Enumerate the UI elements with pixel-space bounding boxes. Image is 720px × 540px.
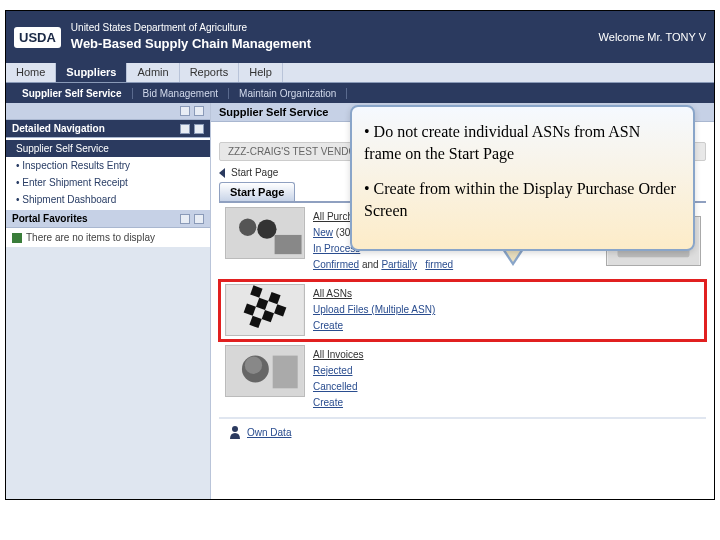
start-page-tab[interactable]: Start Page xyxy=(219,182,295,201)
svg-rect-15 xyxy=(273,356,298,389)
panel-icon[interactable] xyxy=(194,106,204,116)
thumb-asn xyxy=(225,284,305,336)
detailed-nav-body: Supplier Self Service Inspection Results… xyxy=(6,138,210,210)
po-confirmed-link[interactable]: Confirmed xyxy=(313,259,359,270)
thumb-inv xyxy=(225,345,305,397)
sub-nav: Supplier Self Service Bid Management Mai… xyxy=(6,83,714,103)
inv-cancelled-link[interactable]: Cancelled xyxy=(313,381,357,392)
top-nav: Home Suppliers Admin Reports Help xyxy=(6,63,714,83)
tab-reports[interactable]: Reports xyxy=(180,63,240,82)
instruction-callout: • Do not create individual ASNs from ASN… xyxy=(350,105,695,251)
detailed-nav-header: Detailed Navigation xyxy=(6,120,210,138)
app-frame: USDA United States Department of Agricul… xyxy=(5,10,715,500)
svg-point-14 xyxy=(245,357,262,374)
nav-shipment-dashboard[interactable]: Shipment Dashboard xyxy=(6,191,210,208)
detailed-nav-title: Detailed Navigation xyxy=(12,123,105,134)
own-data-row[interactable]: Own Data xyxy=(219,418,706,445)
detailed-icons xyxy=(180,124,204,134)
asn-title[interactable]: All ASNs xyxy=(313,288,352,299)
thumb-po xyxy=(225,207,305,259)
callout-line-2: • Create from within the Display Purchas… xyxy=(364,178,681,221)
nav-inspection-results[interactable]: Inspection Results Entry xyxy=(6,157,210,174)
callout-line-1: • Do not create individual ASNs from ASN… xyxy=(364,121,681,164)
po-partially-link[interactable]: Partially xyxy=(381,259,417,270)
favorites-header: Portal Favorites xyxy=(6,210,210,228)
svg-point-1 xyxy=(239,219,256,236)
po-and2: and xyxy=(362,259,379,270)
panel-icon[interactable] xyxy=(194,124,204,134)
favorites-title: Portal Favorites xyxy=(12,213,88,224)
left-column: Detailed Navigation Supplier Self Servic… xyxy=(6,103,211,499)
welcome-text: Welcome Mr. TONY V xyxy=(599,31,706,43)
banner-left: USDA United States Department of Agricul… xyxy=(14,21,311,53)
panel-icon[interactable] xyxy=(180,214,190,224)
asn-create-link[interactable]: Create xyxy=(313,320,343,331)
inv-create-link[interactable]: Create xyxy=(313,397,343,408)
usda-logo: USDA xyxy=(14,27,61,48)
inv-title[interactable]: All Invoices xyxy=(313,349,364,360)
panel-icon[interactable] xyxy=(180,106,190,116)
history-icons xyxy=(180,106,204,116)
own-data-link[interactable]: Own Data xyxy=(247,427,291,438)
banner: USDA United States Department of Agricul… xyxy=(6,11,714,63)
row-invoices: All Invoices Rejected Cancelled Create xyxy=(219,341,706,418)
tab-home[interactable]: Home xyxy=(6,63,56,82)
asn-upload-link[interactable]: Upload Files (Multiple ASN) xyxy=(313,304,435,315)
breadcrumb-text: Start Page xyxy=(231,167,278,178)
svg-point-16 xyxy=(232,426,238,432)
svg-point-2 xyxy=(257,220,276,239)
banner-subtitle: United States Department of Agriculture xyxy=(71,21,311,35)
inv-rejected-link[interactable]: Rejected xyxy=(313,365,352,376)
po-new-link[interactable]: New xyxy=(313,227,333,238)
history-header xyxy=(6,103,210,120)
subtab-maintain-org[interactable]: Maintain Organization xyxy=(229,88,347,99)
person-icon xyxy=(229,425,241,439)
panel-icon[interactable] xyxy=(194,214,204,224)
inv-links: All Invoices Rejected Cancelled Create xyxy=(311,343,366,415)
tab-suppliers[interactable]: Suppliers xyxy=(56,63,127,82)
back-arrow-icon[interactable] xyxy=(219,168,225,178)
svg-rect-3 xyxy=(275,235,302,254)
favorites-body: There are no items to display xyxy=(6,228,210,247)
favorites-empty-text: There are no items to display xyxy=(26,232,155,243)
panel-icon[interactable] xyxy=(180,124,190,134)
po-firmed-link[interactable]: firmed xyxy=(425,259,453,270)
row-asn: All ASNs Upload Files (Multiple ASN) Cre… xyxy=(219,280,706,341)
subtab-self-service[interactable]: Supplier Self Service xyxy=(12,88,133,99)
favorites-icon xyxy=(12,233,22,243)
banner-title: Web-Based Supply Chain Management xyxy=(71,35,311,53)
nav-supplier-self-service[interactable]: Supplier Self Service xyxy=(6,140,210,157)
asn-links: All ASNs Upload Files (Multiple ASN) Cre… xyxy=(311,282,437,338)
favorites-icons xyxy=(180,214,204,224)
nav-enter-shipment-receipt[interactable]: Enter Shipment Receipt xyxy=(6,174,210,191)
banner-titles: United States Department of Agriculture … xyxy=(71,21,311,53)
tab-help[interactable]: Help xyxy=(239,63,283,82)
subtab-bid-mgmt[interactable]: Bid Management xyxy=(133,88,230,99)
tab-admin[interactable]: Admin xyxy=(127,63,179,82)
